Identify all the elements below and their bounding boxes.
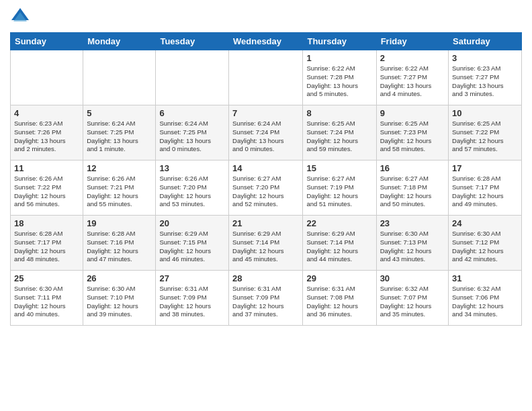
day-number: 11: [14, 163, 79, 173]
calendar-cell: 31Sunrise: 6:32 AM Sunset: 7:06 PM Dayli…: [449, 271, 522, 326]
day-info: Sunrise: 6:22 AM Sunset: 7:28 PM Dayligh…: [306, 64, 372, 99]
day-header-sunday: Sunday: [11, 33, 83, 50]
calendar-cell: 15Sunrise: 6:27 AM Sunset: 7:19 PM Dayli…: [303, 161, 376, 216]
day-number: 19: [87, 218, 152, 228]
calendar-cell: 18Sunrise: 6:28 AM Sunset: 7:17 PM Dayli…: [11, 216, 83, 271]
calendar-cell: 11Sunrise: 6:26 AM Sunset: 7:22 PM Dayli…: [11, 161, 83, 216]
day-number: 3: [452, 53, 518, 63]
calendar-cell: 22Sunrise: 6:29 AM Sunset: 7:14 PM Dayli…: [303, 216, 376, 271]
day-header-thursday: Thursday: [303, 33, 376, 50]
day-number: 10: [452, 108, 518, 118]
day-info: Sunrise: 6:28 AM Sunset: 7:17 PM Dayligh…: [452, 175, 518, 209]
day-info: Sunrise: 6:29 AM Sunset: 7:14 PM Dayligh…: [232, 230, 299, 264]
day-info: Sunrise: 6:30 AM Sunset: 7:13 PM Dayligh…: [380, 230, 445, 264]
day-info: Sunrise: 6:27 AM Sunset: 7:19 PM Dayligh…: [306, 175, 372, 209]
day-number: 14: [232, 163, 299, 173]
calendar-cell: 29Sunrise: 6:31 AM Sunset: 7:08 PM Dayli…: [303, 271, 376, 326]
day-number: 13: [159, 163, 225, 173]
day-info: Sunrise: 6:27 AM Sunset: 7:20 PM Dayligh…: [232, 175, 299, 209]
calendar-table: SundayMondayTuesdayWednesdayThursdayFrid…: [10, 32, 522, 326]
day-info: Sunrise: 6:29 AM Sunset: 7:15 PM Dayligh…: [159, 230, 225, 264]
day-info: Sunrise: 6:24 AM Sunset: 7:24 PM Dayligh…: [232, 120, 299, 154]
calendar-cell: 23Sunrise: 6:30 AM Sunset: 7:13 PM Dayli…: [376, 216, 448, 271]
calendar-cell: [83, 50, 156, 105]
calendar-cell: 5Sunrise: 6:24 AM Sunset: 7:25 PM Daylig…: [83, 105, 156, 161]
logo: [10, 7, 33, 27]
calendar-cell: 20Sunrise: 6:29 AM Sunset: 7:15 PM Dayli…: [156, 216, 229, 271]
calendar-cell: 3Sunrise: 6:23 AM Sunset: 7:27 PM Daylig…: [449, 50, 522, 105]
day-number: 23: [380, 218, 445, 228]
calendar-cell: 30Sunrise: 6:32 AM Sunset: 7:07 PM Dayli…: [376, 271, 448, 326]
day-info: Sunrise: 6:30 AM Sunset: 7:12 PM Dayligh…: [452, 230, 518, 264]
calendar-cell: [11, 50, 83, 105]
page-container: SundayMondayTuesdayWednesdayThursdayFrid…: [0, 0, 532, 411]
day-number: 18: [14, 218, 79, 228]
day-number: 27: [159, 273, 225, 283]
header: [10, 7, 522, 27]
day-info: Sunrise: 6:26 AM Sunset: 7:20 PM Dayligh…: [159, 175, 225, 209]
day-info: Sunrise: 6:31 AM Sunset: 7:09 PM Dayligh…: [232, 285, 299, 319]
day-number: 29: [306, 273, 372, 283]
day-number: 9: [380, 108, 445, 118]
calendar-cell: 10Sunrise: 6:25 AM Sunset: 7:22 PM Dayli…: [449, 105, 522, 161]
day-number: 4: [14, 108, 79, 118]
day-number: 8: [306, 108, 372, 118]
day-number: 1: [306, 53, 372, 63]
calendar-cell: 26Sunrise: 6:30 AM Sunset: 7:10 PM Dayli…: [83, 271, 156, 326]
day-number: 6: [159, 108, 225, 118]
day-info: Sunrise: 6:32 AM Sunset: 7:06 PM Dayligh…: [452, 285, 518, 319]
calendar-week-row: 11Sunrise: 6:26 AM Sunset: 7:22 PM Dayli…: [11, 161, 522, 216]
calendar-cell: 14Sunrise: 6:27 AM Sunset: 7:20 PM Dayli…: [229, 161, 303, 216]
calendar-cell: 19Sunrise: 6:28 AM Sunset: 7:16 PM Dayli…: [83, 216, 156, 271]
day-info: Sunrise: 6:23 AM Sunset: 7:26 PM Dayligh…: [14, 120, 79, 154]
calendar-cell: 21Sunrise: 6:29 AM Sunset: 7:14 PM Dayli…: [229, 216, 303, 271]
day-number: 17: [452, 163, 518, 173]
day-info: Sunrise: 6:24 AM Sunset: 7:25 PM Dayligh…: [87, 120, 152, 154]
day-header-tuesday: Tuesday: [156, 33, 229, 50]
day-header-wednesday: Wednesday: [229, 33, 303, 50]
calendar-cell: [229, 50, 303, 105]
day-info: Sunrise: 6:26 AM Sunset: 7:21 PM Dayligh…: [87, 175, 152, 209]
day-number: 30: [380, 273, 445, 283]
day-number: 20: [159, 218, 225, 228]
day-number: 2: [380, 53, 445, 63]
day-number: 16: [380, 163, 445, 173]
day-number: 28: [232, 273, 299, 283]
calendar-cell: 25Sunrise: 6:30 AM Sunset: 7:11 PM Dayli…: [11, 271, 83, 326]
calendar-week-row: 25Sunrise: 6:30 AM Sunset: 7:11 PM Dayli…: [11, 271, 522, 326]
calendar-cell: 28Sunrise: 6:31 AM Sunset: 7:09 PM Dayli…: [229, 271, 303, 326]
day-info: Sunrise: 6:24 AM Sunset: 7:25 PM Dayligh…: [159, 120, 225, 154]
day-info: Sunrise: 6:25 AM Sunset: 7:23 PM Dayligh…: [380, 120, 445, 154]
calendar-cell: 12Sunrise: 6:26 AM Sunset: 7:21 PM Dayli…: [83, 161, 156, 216]
calendar-cell: 24Sunrise: 6:30 AM Sunset: 7:12 PM Dayli…: [449, 216, 522, 271]
day-info: Sunrise: 6:28 AM Sunset: 7:17 PM Dayligh…: [14, 230, 79, 264]
day-number: 31: [452, 273, 518, 283]
day-number: 15: [306, 163, 372, 173]
day-info: Sunrise: 6:31 AM Sunset: 7:09 PM Dayligh…: [159, 285, 225, 319]
calendar-cell: 1Sunrise: 6:22 AM Sunset: 7:28 PM Daylig…: [303, 50, 376, 105]
day-header-saturday: Saturday: [449, 33, 522, 50]
day-info: Sunrise: 6:30 AM Sunset: 7:10 PM Dayligh…: [87, 285, 152, 319]
day-number: 25: [14, 273, 79, 283]
day-info: Sunrise: 6:27 AM Sunset: 7:18 PM Dayligh…: [380, 175, 445, 209]
day-info: Sunrise: 6:22 AM Sunset: 7:27 PM Dayligh…: [380, 64, 445, 99]
day-info: Sunrise: 6:31 AM Sunset: 7:08 PM Dayligh…: [306, 285, 372, 319]
day-header-monday: Monday: [83, 33, 156, 50]
calendar-cell: 7Sunrise: 6:24 AM Sunset: 7:24 PM Daylig…: [229, 105, 303, 161]
calendar-header-row: SundayMondayTuesdayWednesdayThursdayFrid…: [11, 33, 522, 50]
calendar-cell: 9Sunrise: 6:25 AM Sunset: 7:23 PM Daylig…: [376, 105, 448, 161]
calendar-cell: 8Sunrise: 6:25 AM Sunset: 7:24 PM Daylig…: [303, 105, 376, 161]
day-info: Sunrise: 6:23 AM Sunset: 7:27 PM Dayligh…: [452, 64, 518, 99]
calendar-cell: 16Sunrise: 6:27 AM Sunset: 7:18 PM Dayli…: [376, 161, 448, 216]
day-number: 7: [232, 108, 299, 118]
calendar-cell: 17Sunrise: 6:28 AM Sunset: 7:17 PM Dayli…: [449, 161, 522, 216]
calendar-cell: 2Sunrise: 6:22 AM Sunset: 7:27 PM Daylig…: [376, 50, 448, 105]
calendar-cell: 13Sunrise: 6:26 AM Sunset: 7:20 PM Dayli…: [156, 161, 229, 216]
day-number: 24: [452, 218, 518, 228]
day-header-friday: Friday: [376, 33, 448, 50]
calendar-week-row: 1Sunrise: 6:22 AM Sunset: 7:28 PM Daylig…: [11, 50, 522, 105]
logo-icon: [10, 7, 30, 27]
day-info: Sunrise: 6:25 AM Sunset: 7:22 PM Dayligh…: [452, 120, 518, 154]
day-info: Sunrise: 6:30 AM Sunset: 7:11 PM Dayligh…: [14, 285, 79, 319]
calendar-cell: 6Sunrise: 6:24 AM Sunset: 7:25 PM Daylig…: [156, 105, 229, 161]
